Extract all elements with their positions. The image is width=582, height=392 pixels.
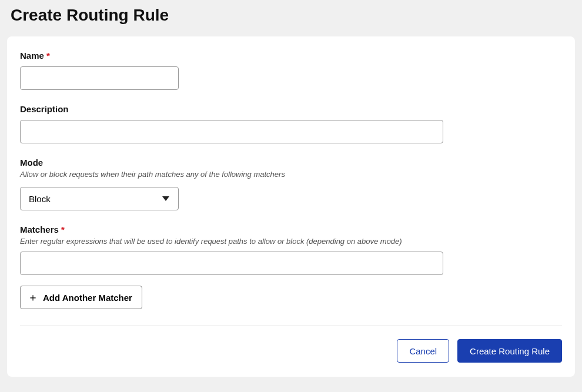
plus-icon: ＋ bbox=[28, 292, 38, 303]
name-group: Name * bbox=[20, 51, 562, 90]
cancel-button[interactable]: Cancel bbox=[397, 339, 449, 363]
description-group: Description bbox=[20, 104, 562, 143]
matchers-label-text: Matchers bbox=[20, 225, 59, 234]
page-title: Create Routing Rule bbox=[11, 6, 571, 25]
matcher-input[interactable] bbox=[20, 252, 443, 275]
name-input[interactable] bbox=[20, 66, 179, 90]
add-another-matcher-button[interactable]: ＋ Add Another Matcher bbox=[20, 286, 142, 309]
mode-selected-value: Block bbox=[29, 194, 51, 204]
matchers-label: Matchers * bbox=[20, 225, 562, 234]
mode-group: Mode Allow or block requests when their … bbox=[20, 158, 562, 210]
form-card: Name * Description Mode Allow or block r… bbox=[7, 36, 575, 377]
name-label-text: Name bbox=[20, 51, 44, 61]
matchers-group: Matchers * Enter regular expressions tha… bbox=[20, 225, 562, 309]
mode-select[interactable]: Block bbox=[20, 187, 179, 210]
name-required-mark: * bbox=[46, 51, 50, 61]
matchers-required-mark: * bbox=[61, 225, 65, 234]
add-matcher-label: Add Another Matcher bbox=[43, 293, 132, 303]
description-label: Description bbox=[20, 104, 562, 114]
mode-help-text: Allow or block requests when their path … bbox=[20, 170, 562, 179]
footer-actions: Cancel Create Routing Rule bbox=[20, 339, 562, 363]
mode-label: Mode bbox=[20, 158, 562, 167]
description-input[interactable] bbox=[20, 120, 443, 143]
divider bbox=[20, 326, 562, 326]
matchers-help-text: Enter regular expressions that will be u… bbox=[20, 237, 562, 246]
name-label: Name * bbox=[20, 51, 562, 61]
create-routing-rule-button[interactable]: Create Routing Rule bbox=[457, 339, 562, 363]
